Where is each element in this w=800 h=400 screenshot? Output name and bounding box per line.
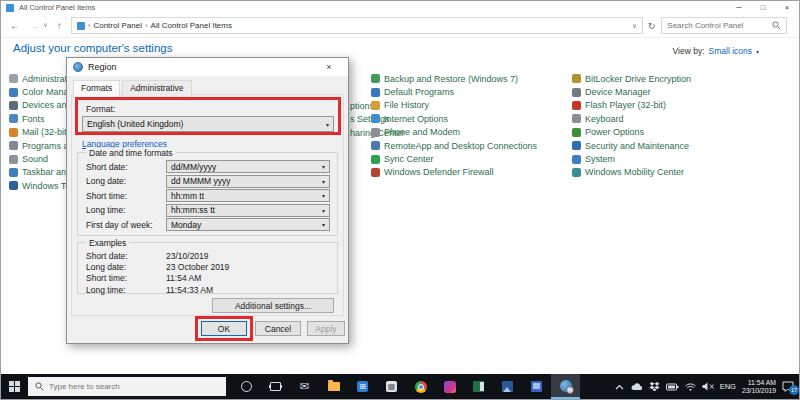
control-panel-searchbox[interactable] [661,17,787,34]
windows-logo-icon [9,381,20,392]
photos-button[interactable] [493,374,522,399]
cortana-button[interactable] [232,374,261,399]
cp-item-default-programs[interactable]: Default Programs [371,85,537,98]
short-date-row: Short date: dd/MM/yyyy▾ [86,160,330,173]
chevron-down-icon: ▾ [322,192,325,199]
taskbar-navigation-icon [9,168,18,177]
cp-item-label: Flash Player (32-bit) [585,100,666,110]
cp-item-device-manager[interactable]: Device Manager [572,85,691,98]
breadcrumb-all-items[interactable]: All Control Panel Items [151,21,232,30]
address-dropdown-icon[interactable]: ∨ [632,22,637,30]
taskbar-search-input[interactable] [49,382,219,391]
forward-button[interactable]: → [29,21,39,31]
cp-item-label: Internet Options [384,114,448,124]
start-button[interactable] [1,374,28,399]
close-button[interactable]: × [775,1,799,14]
cp-item-security-maintenance[interactable]: Security and Maintenance [572,139,691,152]
window-title: All Control Panel Items [19,3,95,12]
examples-group: Examples Short date:23/10/2019 Long date… [77,242,338,294]
chrome-button[interactable] [406,374,435,399]
task-view-button[interactable] [261,374,290,399]
short-time-select[interactable]: hh:mm tt▾ [166,189,330,202]
short-date-select[interactable]: dd/MM/yyyy▾ [166,160,330,173]
field-label: Long time: [86,205,166,215]
window-titlebar: All Control Panel Items ─ □ × [1,1,799,14]
maximize-button[interactable]: □ [751,1,775,14]
example-label: Long time: [86,285,166,295]
first-day-row: First day of week: Monday▾ [86,218,330,231]
cp-item-label: Device Manager [585,87,651,97]
store-button[interactable]: ⊞ [348,374,377,399]
file-explorer-button[interactable] [319,374,348,399]
language-indicator[interactable]: ENG [720,382,736,391]
example-row: Long date:23 October 2019 [86,262,330,272]
tray-clock[interactable]: 11:54 AM 23/10/2019 [742,379,776,395]
dialog-close-button[interactable]: × [316,58,342,76]
cp-item-power-options[interactable]: Power Options [572,126,691,139]
cp-item-label: BitLocker Drive Encryption [585,74,691,84]
cp-item-label: Sync Center [384,154,434,164]
refresh-icon[interactable]: ↻ [648,21,656,31]
hidden-icons-chevron-icon[interactable] [615,384,624,390]
power-options-icon [572,128,581,137]
tab-administrative[interactable]: Administrative [122,80,191,97]
example-row: Short date:23/10/2019 [86,251,330,261]
cp-item-system[interactable]: System [572,152,691,165]
mail-app-button[interactable]: ✉ [290,374,319,399]
example-label: Long date: [86,262,166,272]
control-panel-icon [77,22,85,30]
address-toolbar: ← → ∨ ↑ › Control Panel › All Control Pa… [1,14,799,38]
long-date-select[interactable]: dd MMMM yyyy▾ [166,175,330,188]
cp-item-flash-player[interactable]: Flash Player (32-bit) [572,99,691,112]
field-label: First day of week: [86,220,166,230]
format-select[interactable]: English (United Kingdom) ▾ [82,116,334,132]
cp-item-internet-options[interactable]: Internet Options [371,112,537,125]
battery-icon[interactable] [666,383,679,391]
tab-formats[interactable]: Formats [73,80,120,98]
combo-value: dd/MM/yyyy [171,162,216,172]
photos-icon [502,381,513,392]
cp-item-phone-and-modem[interactable]: Phone and Modem [371,126,537,139]
cp-item-label: Backup and Restore (Windows 7) [384,74,518,84]
cp-item-sync-center[interactable]: Sync Center [371,152,537,165]
cp-item-bitlocker[interactable]: BitLocker Drive Encryption [572,72,691,85]
volume-muted-icon[interactable] [702,382,714,391]
network-wifi-icon[interactable] [685,383,696,391]
format-value: English (United Kingdom) [87,119,183,129]
excel-button[interactable] [464,374,493,399]
cp-item-label: Sound [22,154,48,164]
ok-button[interactable]: OK [201,321,247,336]
movies-app-button[interactable] [522,374,551,399]
breadcrumb-control-panel[interactable]: Control Panel [93,21,141,30]
long-time-select[interactable]: hh:mm:ss tt▾ [166,204,330,217]
cp-item-remoteapp[interactable]: RemoteApp and Desktop Connections [371,139,537,152]
system-tray: ENG 11:54 AM 23/10/2019 17 [615,379,799,395]
paint3d-button[interactable] [435,374,464,399]
calculator-button[interactable]: ▦ [377,374,406,399]
region-taskbar-button[interactable] [551,374,580,399]
up-button[interactable]: ↑ [57,21,62,31]
cp-item-backup-and-restore[interactable]: Backup and Restore (Windows 7) [371,72,537,85]
minimize-button[interactable]: ─ [727,1,751,14]
store-icon: ⊞ [357,381,368,392]
back-button[interactable]: ← [10,21,20,31]
view-by-dropdown[interactable]: Small icons [709,46,752,56]
cp-item-keyboard[interactable]: Keyboard [572,112,691,125]
cp-item-label: Windows Defender Firewall [384,167,494,177]
example-value: 23/10/2019 [166,251,209,261]
taskbar-searchbox[interactable] [28,377,226,396]
cancel-button[interactable]: Cancel [255,321,301,336]
action-center-icon[interactable]: 17 [782,381,794,392]
first-day-select[interactable]: Monday▾ [166,218,330,231]
phone-modem-icon [371,128,380,137]
additional-settings-button[interactable]: Additional settings... [212,298,334,313]
onedrive-cloud-icon[interactable] [630,382,643,391]
search-input[interactable] [667,21,772,30]
cp-item-file-history[interactable]: File History [371,99,537,112]
cp-item-defender-firewall[interactable]: Windows Defender Firewall [371,166,537,179]
dropbox-icon[interactable] [649,382,660,392]
address-bar[interactable]: › Control Panel › All Control Panel Item… [71,17,643,34]
recent-pages-dropdown-icon[interactable]: ∨ [43,22,48,29]
cp-item-mobility-center[interactable]: Windows Mobility Center [572,166,691,179]
group-title: Examples [86,238,129,248]
